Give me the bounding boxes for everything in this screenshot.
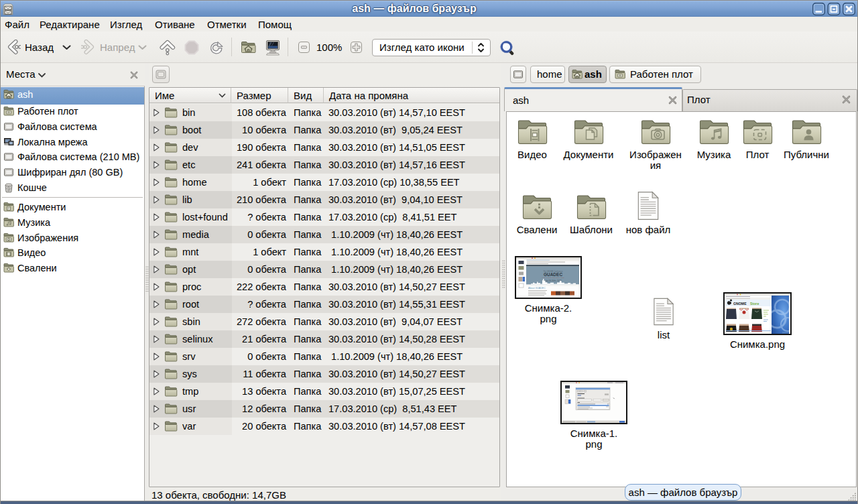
svg-text:Store: Store xyxy=(750,302,759,306)
svg-text:GUADEC: GUADEC xyxy=(544,272,562,277)
svg-text:About GUADEC: About GUADEC xyxy=(528,287,546,290)
svg-text:GNOME: GNOME xyxy=(733,302,747,306)
svg-text:July 24-30th, 2010: July 24-30th, 2010 xyxy=(544,279,562,282)
